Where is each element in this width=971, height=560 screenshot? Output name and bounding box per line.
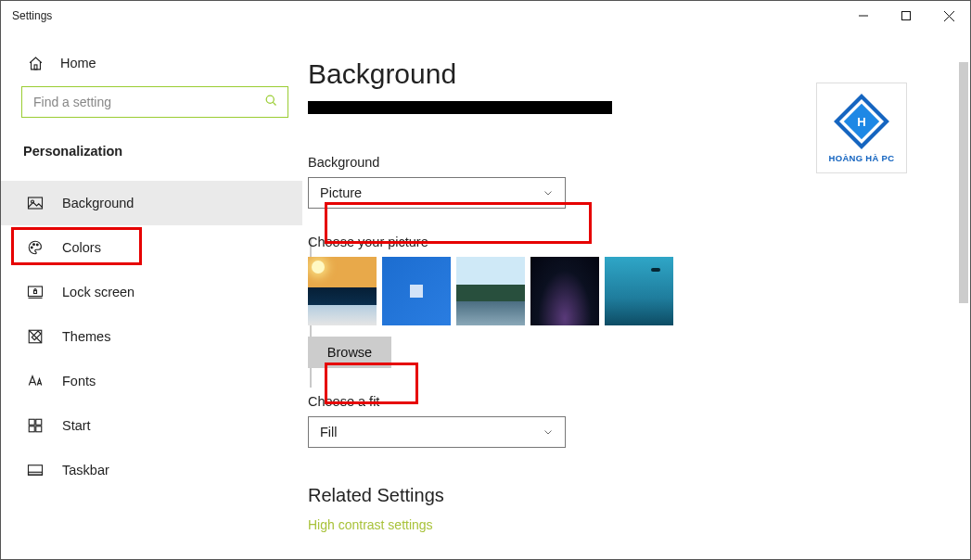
svg-line-6 bbox=[273, 102, 275, 105]
sidebar-item-fonts[interactable]: Fonts bbox=[1, 359, 302, 403]
chevron-down-icon bbox=[543, 186, 554, 201]
sidebar-item-label: Colors bbox=[62, 240, 101, 255]
themes-icon bbox=[27, 328, 44, 345]
picture-thumb-5[interactable] bbox=[605, 257, 673, 325]
redacted-bar bbox=[308, 101, 612, 114]
scrollbar-thumb[interactable] bbox=[959, 62, 968, 303]
background-dropdown-value: Picture bbox=[320, 185, 362, 200]
nav-list: Background Colors Lock screen bbox=[1, 170, 302, 492]
window-controls bbox=[842, 1, 970, 31]
fit-dropdown[interactable]: Fill bbox=[308, 416, 566, 448]
window-body: Home Personalization Background bbox=[1, 31, 970, 559]
home-label: Home bbox=[60, 56, 96, 70]
lockscreen-icon bbox=[27, 284, 44, 300]
start-icon bbox=[27, 417, 44, 434]
close-button[interactable] bbox=[927, 1, 970, 31]
sidebar-item-label: Background bbox=[62, 196, 134, 210]
picture-thumb-2[interactable] bbox=[382, 257, 451, 325]
svg-rect-1 bbox=[902, 12, 911, 20]
sidebar-item-label: Taskbar bbox=[62, 463, 109, 477]
sidebar-item-label: Fonts bbox=[62, 374, 96, 388]
section-title: Personalization bbox=[1, 123, 302, 170]
svg-point-5 bbox=[266, 95, 274, 103]
sidebar-item-taskbar[interactable]: Taskbar bbox=[1, 448, 302, 492]
search-icon bbox=[264, 94, 278, 111]
search-input[interactable] bbox=[33, 95, 264, 109]
svg-point-11 bbox=[36, 244, 38, 246]
svg-text:H: H bbox=[857, 114, 866, 128]
sidebar-item-themes[interactable]: Themes bbox=[1, 314, 302, 359]
svg-rect-12 bbox=[29, 286, 43, 297]
taskbar-icon bbox=[27, 462, 44, 478]
svg-point-10 bbox=[33, 244, 35, 246]
picture-thumb-3[interactable] bbox=[456, 257, 525, 325]
minimize-button[interactable] bbox=[842, 1, 885, 31]
picture-thumb-4[interactable] bbox=[530, 257, 599, 325]
titlebar: Settings bbox=[1, 1, 970, 31]
sidebar-item-colors[interactable]: Colors bbox=[1, 225, 302, 270]
svg-rect-7 bbox=[29, 197, 43, 209]
picture-thumbnails bbox=[308, 257, 914, 325]
sidebar-item-start[interactable]: Start bbox=[1, 403, 302, 448]
svg-rect-23 bbox=[29, 472, 43, 475]
browse-button[interactable]: Browse bbox=[308, 337, 391, 368]
sidebar-item-label: Themes bbox=[62, 329, 110, 344]
window-title: Settings bbox=[12, 9, 52, 22]
sidebar-item-label: Start bbox=[62, 418, 91, 433]
fit-label: Choose a fit bbox=[308, 394, 914, 409]
home-icon bbox=[27, 55, 44, 71]
svg-point-9 bbox=[31, 247, 32, 248]
brand-logo-caption: HOÀNG HÀ PC bbox=[829, 153, 895, 163]
sidebar-item-lockscreen[interactable]: Lock screen bbox=[1, 270, 302, 314]
svg-rect-4 bbox=[34, 64, 37, 69]
home-nav[interactable]: Home bbox=[1, 45, 302, 81]
svg-rect-20 bbox=[29, 426, 34, 432]
high-contrast-link[interactable]: High contrast settings bbox=[308, 517, 914, 532]
sidebar-item-label: Lock screen bbox=[62, 285, 134, 299]
search-box[interactable] bbox=[21, 86, 288, 118]
svg-rect-14 bbox=[34, 291, 37, 294]
sidebar-item-background[interactable]: Background bbox=[1, 181, 302, 225]
palette-icon bbox=[27, 239, 44, 256]
settings-window: Settings Home bbox=[0, 0, 971, 560]
choose-picture-label: Choose your picture bbox=[308, 235, 914, 249]
picture-icon bbox=[27, 195, 44, 211]
chevron-down-icon bbox=[543, 426, 554, 440]
picture-thumb-1[interactable] bbox=[308, 257, 377, 325]
related-settings-title: Related Settings bbox=[308, 485, 914, 506]
background-dropdown[interactable]: Picture bbox=[308, 177, 566, 209]
fonts-icon bbox=[27, 373, 44, 389]
svg-rect-19 bbox=[36, 419, 42, 425]
svg-rect-21 bbox=[36, 426, 42, 432]
fit-dropdown-value: Fill bbox=[320, 425, 338, 439]
sidebar: Home Personalization Background bbox=[1, 31, 302, 559]
maximize-button[interactable] bbox=[885, 1, 927, 31]
svg-rect-18 bbox=[29, 419, 34, 425]
brand-logo: H HOÀNG HÀ PC bbox=[816, 83, 907, 173]
